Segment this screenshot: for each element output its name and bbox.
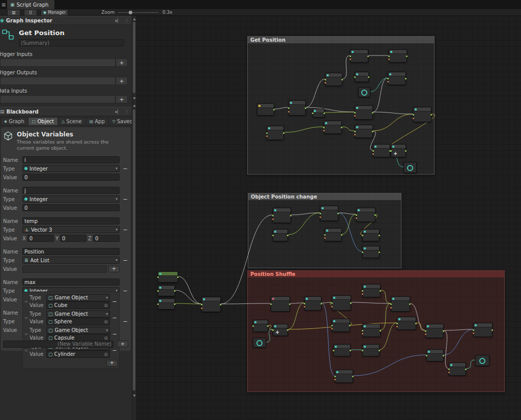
output-port[interactable] bbox=[287, 235, 288, 236]
scrollbar-thumb[interactable] bbox=[133, 109, 135, 390]
drag-handle-icon[interactable]: = bbox=[24, 348, 28, 353]
input-port[interactable] bbox=[288, 111, 290, 113]
object-picker-icon[interactable]: ⊙ bbox=[104, 335, 108, 341]
tab-saved[interactable]: ▽Saved bbox=[109, 117, 132, 126]
remove-variable-button[interactable]: − bbox=[122, 319, 129, 324]
input-port[interactable] bbox=[354, 131, 356, 132]
input-port[interactable] bbox=[266, 135, 268, 137]
item-type-dropdown[interactable]: ▢Game Object▾ bbox=[46, 311, 110, 318]
output-port[interactable] bbox=[380, 290, 381, 292]
scroll-up-icon[interactable]: ▲ bbox=[132, 103, 136, 107]
input-port[interactable] bbox=[331, 302, 333, 304]
object-reference-field[interactable]: ▢Cube⊙ bbox=[46, 301, 110, 309]
input-port[interactable] bbox=[350, 55, 351, 57]
graph-node[interactable] bbox=[288, 100, 306, 116]
graph-node[interactable] bbox=[403, 162, 417, 173]
input-port[interactable] bbox=[157, 290, 159, 292]
output-port[interactable] bbox=[465, 369, 467, 370]
variable-type-dropdown[interactable]: Vector 3▾ bbox=[22, 226, 120, 233]
graph-node[interactable] bbox=[389, 49, 407, 63]
graph-node[interactable] bbox=[332, 295, 351, 311]
input-port[interactable] bbox=[354, 112, 356, 114]
input-port[interactable] bbox=[396, 326, 398, 327]
code-view-button[interactable]: ⟨⟩ bbox=[24, 9, 37, 16]
input-port[interactable] bbox=[334, 376, 336, 377]
output-port[interactable] bbox=[174, 290, 176, 292]
input-port[interactable] bbox=[388, 55, 390, 57]
inspector-toggle-button[interactable]: ▥ bbox=[7, 9, 20, 16]
graph-node[interactable] bbox=[201, 297, 221, 312]
input-port[interactable] bbox=[320, 216, 321, 218]
variable-name-input[interactable] bbox=[22, 187, 120, 194]
remove-list-item-button[interactable]: − bbox=[111, 315, 118, 321]
output-port[interactable] bbox=[380, 330, 381, 331]
output-port[interactable] bbox=[372, 112, 373, 114]
output-port[interactable] bbox=[379, 350, 380, 351]
remove-list-item-button[interactable]: − bbox=[111, 348, 118, 353]
graph-node[interactable] bbox=[397, 317, 416, 330]
output-port[interactable] bbox=[341, 234, 342, 236]
add-variable-button[interactable]: + bbox=[117, 341, 128, 347]
input-port[interactable] bbox=[324, 237, 326, 239]
input-port[interactable] bbox=[272, 329, 274, 331]
graph-node[interactable] bbox=[362, 246, 380, 258]
graph-node[interactable] bbox=[273, 229, 288, 241]
graph-node[interactable]: + bbox=[391, 144, 406, 157]
tab-scene[interactable]: △Scene bbox=[58, 117, 86, 126]
output-port[interactable] bbox=[289, 303, 291, 305]
input-port[interactable] bbox=[312, 113, 313, 114]
variable-name-input[interactable] bbox=[22, 248, 120, 255]
input-port[interactable] bbox=[387, 78, 389, 79]
graph-node[interactable] bbox=[324, 121, 342, 134]
add-trigger-input-button[interactable]: + bbox=[115, 59, 128, 67]
output-port[interactable] bbox=[372, 131, 373, 132]
output-port[interactable] bbox=[341, 127, 342, 128]
scrollbar-thumb[interactable] bbox=[133, 22, 135, 93]
variable-name-input[interactable] bbox=[22, 156, 120, 163]
input-port[interactable] bbox=[331, 328, 333, 329]
input-port[interactable] bbox=[266, 132, 268, 134]
graph-node[interactable] bbox=[253, 338, 266, 348]
variable-name-input[interactable] bbox=[22, 217, 120, 225]
vector-x-input[interactable] bbox=[27, 235, 54, 242]
graph-node[interactable] bbox=[475, 355, 489, 366]
output-port[interactable] bbox=[337, 213, 339, 214]
output-port[interactable] bbox=[491, 329, 493, 331]
graph-node[interactable] bbox=[158, 271, 178, 283]
add-list-item-button[interactable]: + bbox=[108, 266, 120, 272]
add-data-input-button[interactable]: + bbox=[115, 95, 128, 103]
graph-node[interactable] bbox=[355, 105, 373, 120]
manager-button[interactable]: ◆ Manager bbox=[41, 9, 68, 16]
input-port[interactable] bbox=[390, 307, 392, 309]
output-port[interactable] bbox=[443, 355, 444, 356]
object-picker-icon[interactable]: ⊙ bbox=[104, 352, 108, 357]
graph-node[interactable] bbox=[362, 344, 380, 356]
input-port[interactable] bbox=[272, 215, 274, 216]
tab-graph[interactable]: ◈Graph bbox=[0, 117, 28, 126]
scroll-down-icon[interactable]: ▼ bbox=[132, 96, 136, 100]
input-port[interactable] bbox=[387, 81, 389, 82]
graph-node[interactable] bbox=[355, 125, 373, 138]
output-port[interactable] bbox=[305, 107, 306, 109]
input-port[interactable] bbox=[354, 115, 356, 117]
graph-node[interactable] bbox=[267, 126, 284, 140]
variable-type-dropdown[interactable]: ≣Aot List▾ bbox=[22, 257, 120, 264]
remove-variable-button[interactable]: − bbox=[122, 258, 129, 263]
input-port[interactable] bbox=[325, 82, 326, 83]
output-port[interactable] bbox=[287, 329, 288, 331]
graph-node[interactable] bbox=[350, 49, 368, 63]
graph-node[interactable] bbox=[391, 296, 410, 312]
scroll-down-icon[interactable]: ▼ bbox=[132, 394, 136, 398]
more-icon[interactable]: ⋮ bbox=[124, 18, 130, 23]
inspector-scrollbar[interactable]: ▲ ▼ ▲ ▼ bbox=[132, 16, 136, 420]
output-port[interactable] bbox=[352, 376, 354, 377]
output-port[interactable] bbox=[349, 325, 351, 326]
input-port[interactable] bbox=[320, 213, 321, 214]
output-port[interactable] bbox=[379, 235, 380, 236]
input-port[interactable] bbox=[473, 332, 474, 334]
dock-icon[interactable]: ▸▏ bbox=[114, 18, 122, 23]
graph-node[interactable] bbox=[413, 107, 431, 122]
graph-node[interactable] bbox=[356, 208, 375, 222]
object-reference-field[interactable]: ▢Sphere⊙ bbox=[46, 318, 110, 325]
graph-node[interactable] bbox=[304, 296, 322, 311]
